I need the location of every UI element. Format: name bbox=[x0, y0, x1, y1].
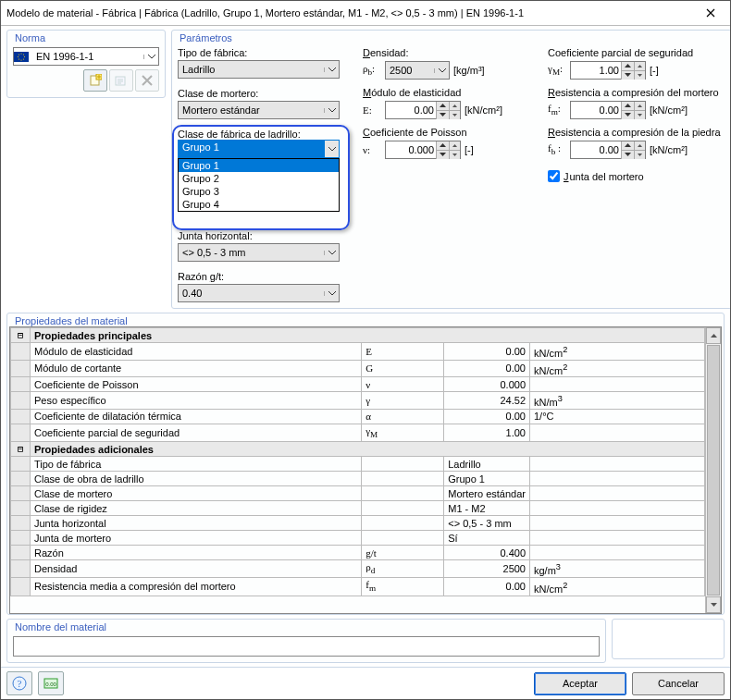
svg-point-3 bbox=[18, 55, 19, 56]
table-row: Densidadρd2500kg/m3 bbox=[11, 560, 705, 578]
clase-ladrillo-dropdown[interactable]: Grupo 1 bbox=[178, 140, 340, 158]
chevron-down-icon bbox=[324, 291, 339, 296]
chevron-down-icon bbox=[434, 68, 449, 73]
gamma-unit: [-] bbox=[650, 65, 659, 76]
junta-h-label: Junta horizontal: bbox=[178, 230, 344, 241]
expand-toggle[interactable]: ⊟ bbox=[11, 442, 31, 457]
fm-label: Resistencia a compresión del mortero bbox=[548, 87, 731, 98]
table-row: Clase de rigidezM1 - M2 bbox=[11, 501, 705, 516]
new-button[interactable] bbox=[83, 69, 107, 92]
section-header: Propiedades adicionales bbox=[31, 442, 705, 457]
svg-text:0.00: 0.00 bbox=[45, 682, 56, 687]
junta-mortero-checkbox[interactable]: Junta del mortero bbox=[548, 170, 731, 182]
poisson-unit: [-] bbox=[465, 144, 474, 155]
norma-panel: Norma EN 1996-1-1 bbox=[6, 30, 166, 98]
densidad-unit: [kg/m³] bbox=[453, 65, 485, 76]
poisson-label: Coeficiente de Poisson bbox=[363, 127, 529, 138]
name-title: Nombre del material bbox=[7, 620, 605, 632]
expand-toggle[interactable]: ⊟ bbox=[11, 328, 31, 343]
clase-ladrillo-label: Clase de fábrica de ladrillo: bbox=[178, 129, 301, 140]
fb-unit: [kN/cm²] bbox=[650, 144, 688, 155]
dd-option[interactable]: Grupo 2 bbox=[179, 172, 339, 185]
dd-option[interactable]: Grupo 3 bbox=[179, 185, 339, 198]
delete-button bbox=[135, 69, 159, 92]
norma-value: EN 1996-1-1 bbox=[32, 51, 143, 62]
params-panel: Parámetros Tipo de fábrica: Ladrillo Cla… bbox=[171, 30, 731, 309]
chevron-down-icon bbox=[324, 108, 339, 113]
clase-ladrillo-options[interactable]: Grupo 1Grupo 2Grupo 3Grupo 4 bbox=[178, 158, 340, 212]
svg-text:?: ? bbox=[18, 678, 22, 689]
razon-dropdown[interactable]: 0.40 bbox=[178, 284, 340, 302]
scroll-down-icon[interactable] bbox=[706, 596, 721, 613]
elasticidad-unit: [kN/cm²] bbox=[465, 104, 502, 116]
elasticidad-symbol: E: bbox=[363, 104, 381, 116]
gamma-label: Coeficiente parcial de seguridad bbox=[548, 47, 731, 58]
gamma-symbol: γM: bbox=[548, 63, 566, 77]
section-header: Propiedades principales bbox=[31, 328, 705, 343]
svg-point-2 bbox=[20, 59, 21, 60]
help-icon: ? bbox=[12, 676, 27, 691]
dialog-window: Modelo de material - Fábrica | Fábrica (… bbox=[0, 0, 731, 700]
dd-option[interactable]: Grupo 1 bbox=[179, 159, 339, 172]
svg-point-4 bbox=[24, 55, 25, 56]
tipo-dropdown[interactable]: Ladrillo bbox=[178, 60, 340, 79]
svg-point-1 bbox=[20, 53, 21, 54]
close-button[interactable] bbox=[697, 4, 725, 22]
razon-label: Razón g/t: bbox=[178, 271, 344, 282]
table-row: Razóng/t0.400 bbox=[11, 546, 705, 560]
fb-label: Resistencia a compresión de la piedra bbox=[548, 127, 731, 138]
table-row: Junta de morteroSí bbox=[11, 531, 705, 546]
table-row: Resistencia media a compresión del morte… bbox=[11, 578, 705, 596]
poisson-spinner[interactable] bbox=[385, 141, 461, 159]
table-row: Tipo de fábricaLadrillo bbox=[11, 457, 705, 472]
gamma-spinner[interactable] bbox=[570, 61, 646, 80]
help-button[interactable]: ? bbox=[6, 671, 32, 695]
table-row: Clase de obra de ladrilloGrupo 1 bbox=[11, 472, 705, 486]
norma-title: Norma bbox=[7, 31, 165, 43]
close-icon bbox=[706, 8, 715, 18]
elasticidad-spinner[interactable] bbox=[385, 101, 461, 119]
clase-mortero-label: Clase de mortero: bbox=[178, 88, 344, 99]
densidad-dropdown[interactable]: 2500 bbox=[385, 61, 450, 80]
units-icon: 0.00 bbox=[43, 676, 58, 691]
fb-symbol: fb : bbox=[548, 142, 566, 156]
table-row: Coeficiente de Poissonν0.000 bbox=[11, 377, 705, 392]
densidad-symbol: ρb: bbox=[363, 63, 381, 77]
poisson-symbol: ν: bbox=[363, 144, 381, 155]
material-name-input[interactable] bbox=[13, 636, 600, 657]
fm-unit: [kN/cm²] bbox=[650, 104, 688, 116]
tipo-label: Tipo de fábrica: bbox=[178, 47, 344, 58]
scroll-thumb[interactable] bbox=[707, 345, 720, 596]
norma-dropdown[interactable]: EN 1996-1-1 bbox=[13, 47, 159, 66]
edit-button bbox=[109, 69, 133, 92]
svg-point-6 bbox=[23, 54, 24, 55]
svg-point-7 bbox=[19, 58, 19, 59]
svg-point-8 bbox=[23, 58, 24, 59]
dd-option[interactable]: Grupo 4 bbox=[179, 198, 339, 211]
name-panel: Nombre del material bbox=[6, 619, 606, 663]
scroll-up-icon[interactable] bbox=[706, 327, 721, 344]
chevron-down-icon bbox=[143, 55, 158, 59]
clase-mortero-dropdown[interactable]: Mortero estándar bbox=[178, 101, 340, 119]
delete-icon bbox=[141, 74, 154, 87]
preview-box bbox=[612, 619, 725, 659]
junta-h-dropdown[interactable]: <> 0,5 - 3 mm bbox=[178, 243, 340, 262]
densidad-label: Densidad: bbox=[363, 47, 529, 58]
accept-button[interactable]: Aceptar bbox=[534, 672, 626, 695]
units-button[interactable]: 0.00 bbox=[38, 671, 64, 695]
properties-table: ⊟Propiedades principalesMódulo de elasti… bbox=[10, 327, 705, 596]
table-row: Junta horizontal<> 0,5 - 3 mm bbox=[11, 516, 705, 531]
vertical-scrollbar[interactable] bbox=[705, 327, 721, 613]
new-icon bbox=[89, 74, 102, 87]
svg-point-5 bbox=[19, 54, 19, 55]
chevron-down-icon bbox=[325, 141, 339, 157]
cancel-button[interactable]: Cancelar bbox=[632, 672, 725, 695]
table-row: Módulo de elasticidadE0.00kN/cm2 bbox=[11, 343, 705, 361]
params-title: Parámetros bbox=[172, 31, 731, 43]
fb-spinner[interactable] bbox=[570, 141, 646, 159]
table-row: Coeficiente parcial de seguridadγM1.00 bbox=[11, 424, 705, 441]
dialog-footer: ? 0.00 Aceptar Cancelar bbox=[1, 667, 730, 699]
table-row: Módulo de cortanteG0.00kN/cm2 bbox=[11, 360, 705, 377]
fm-spinner[interactable] bbox=[570, 101, 646, 119]
chevron-down-icon bbox=[324, 251, 339, 255]
